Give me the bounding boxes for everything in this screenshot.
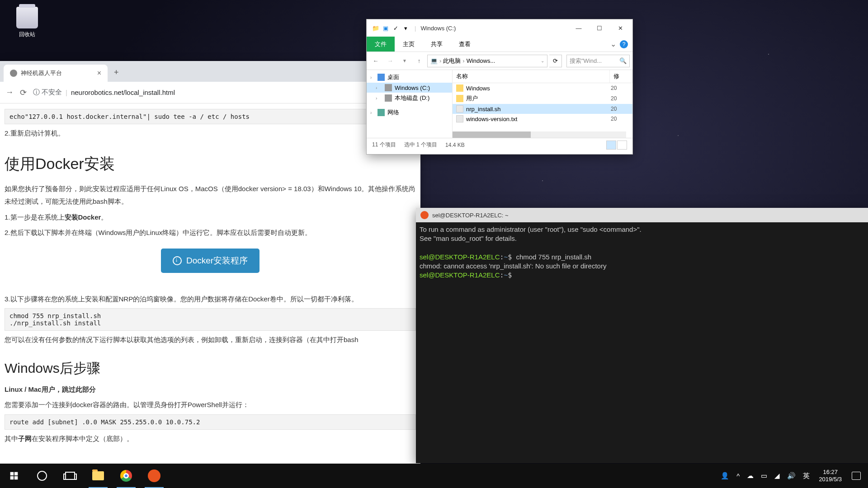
tab-close-icon[interactable]: ×	[97, 69, 101, 77]
ime-indicator[interactable]: 英	[799, 472, 813, 480]
tree-network[interactable]: ›网络	[367, 107, 452, 118]
taskbar-explorer[interactable]	[84, 464, 112, 488]
ribbon-tab-home[interactable]: 主页	[395, 37, 423, 52]
crumb-pc[interactable]: 此电脑	[443, 57, 461, 65]
file-name: 用户	[466, 94, 608, 103]
tab-active[interactable]: 神经机器人平台 ×	[4, 65, 108, 82]
crumb-drive[interactable]: Windows...	[467, 57, 495, 64]
network-icon[interactable]: ▭	[757, 472, 771, 480]
start-button[interactable]	[0, 464, 28, 488]
taskbar: 👤 ^ ☁ ▭ ◢ 🔊 英 16:27 2019/5/3	[0, 464, 868, 488]
refresh-button[interactable]: ⟳	[549, 55, 562, 67]
download-icon	[173, 256, 182, 265]
task-view-button[interactable]	[56, 464, 84, 488]
tree-drive-d[interactable]: ›本地磁盘 (D:)	[367, 93, 452, 103]
col-name[interactable]: 名称	[453, 70, 610, 83]
cortana-icon	[37, 471, 47, 481]
close-button[interactable]: ✕	[610, 21, 631, 35]
folder-icon	[92, 471, 104, 480]
pc-icon: 💻	[430, 57, 438, 64]
url-box[interactable]: ⓘ 不安全 | neurorobotics.net/local_install.…	[33, 88, 415, 97]
ribbon-tab-file[interactable]: 文件	[367, 37, 395, 52]
code-block-2: chmod 755 nrp_install.sh ./nrp_install.s…	[5, 308, 416, 331]
windows-icon	[9, 471, 19, 480]
svg-rect-3	[14, 476, 18, 480]
view-details-button[interactable]	[606, 141, 616, 150]
clock[interactable]: 16:27 2019/5/3	[813, 469, 847, 483]
qa-new-folder-icon[interactable]: ✓	[391, 23, 400, 33]
heading-docker: 使用Docker安装	[5, 154, 416, 174]
recycle-bin-icon	[16, 7, 38, 28]
ribbon-expand-icon[interactable]: ⌄	[610, 40, 616, 48]
file-row[interactable]: 用户20	[453, 93, 632, 104]
forward-button[interactable]: →	[5, 88, 14, 97]
date: 2019/5/3	[819, 476, 842, 483]
ribbon-tab-view[interactable]: 查看	[451, 37, 479, 52]
wifi-icon[interactable]: ◢	[771, 472, 783, 480]
breadcrumb[interactable]: 💻 › 此电脑 › Windows... ⌄	[427, 55, 547, 67]
people-icon[interactable]: 👤	[717, 472, 733, 480]
ribbon-tab-share[interactable]: 共享	[423, 37, 451, 52]
tray-expand-icon[interactable]: ^	[733, 472, 743, 480]
file-icon	[456, 105, 463, 113]
desktop-icon	[377, 74, 385, 81]
taskbar-ubuntu[interactable]	[140, 464, 168, 488]
prompt-user: sel@DESKTOP-R1A2ELC	[420, 253, 500, 261]
nav-back-button[interactable]: ←	[369, 57, 382, 64]
svg-rect-0	[10, 472, 14, 476]
docker-install-button[interactable]: Docker安装程序	[161, 249, 259, 273]
nav-up-button[interactable]: ↑	[413, 57, 425, 64]
recycle-bin[interactable]: 回收站	[9, 7, 45, 38]
step-2: 2.然后下载以下脚本并在终端（Windows用户的Linux终端）中运行它。脚本…	[5, 226, 416, 239]
reload-button[interactable]: ⟳	[20, 88, 27, 98]
volume-icon[interactable]: 🔊	[783, 472, 799, 480]
nav-tree: ›桌面 ›Windows (C:) ›本地磁盘 (D:) ›网络	[367, 70, 453, 138]
nav-history-button[interactable]: ▼	[398, 58, 411, 63]
terminal-body[interactable]: To run a command as administrator (user …	[416, 222, 868, 283]
ubuntu-icon	[420, 211, 429, 219]
file-row[interactable]: nrp_install.sh20	[453, 104, 632, 114]
help-icon[interactable]: ?	[620, 40, 628, 48]
action-center-icon[interactable]	[852, 472, 861, 480]
terminal-titlebar[interactable]: sel@DESKTOP-R1A2ELC: ~	[416, 208, 868, 222]
maximize-button[interactable]: ☐	[589, 21, 610, 35]
cortana-button[interactable]	[28, 464, 56, 488]
status-size: 14.4 KB	[445, 142, 465, 148]
column-headers[interactable]: 名称 修	[453, 70, 632, 83]
minimize-button[interactable]: —	[568, 21, 589, 35]
horizontal-scrollbar[interactable]	[453, 131, 626, 138]
onedrive-icon[interactable]: ☁	[743, 472, 757, 480]
file-icon	[456, 115, 463, 122]
prompt-path: ~	[504, 253, 508, 261]
tree-drive-c[interactable]: ›Windows (C:)	[367, 83, 452, 93]
folder-icon	[456, 84, 463, 92]
nav-forward-button[interactable]: →	[384, 57, 396, 64]
insecure-badge[interactable]: ⓘ 不安全	[33, 88, 62, 97]
tree-desktop[interactable]: ›桌面	[367, 72, 452, 83]
task-view-icon	[65, 472, 75, 480]
view-icons-button[interactable]	[617, 141, 627, 150]
file-name: Windows	[466, 85, 608, 92]
taskbar-chrome[interactable]	[112, 464, 140, 488]
file-row[interactable]: windows-version.txt20	[453, 114, 632, 124]
page-content: echo"127.0.0.1 host.docker.internal"| su…	[0, 103, 420, 466]
crumb-dropdown-icon[interactable]: ⌄	[541, 58, 544, 63]
code-block-1: echo"127.0.0.1 host.docker.internal"| su…	[5, 109, 416, 124]
step-restart: 2.重新启动计算机。	[5, 127, 416, 140]
qa-properties-icon[interactable]: ▣	[381, 23, 390, 33]
step-3: 3.以下步骤将在您的系统上安装和配置NRP的泊坞窗映像。您的用户数据将存储在Do…	[5, 293, 416, 306]
file-date: 20	[611, 85, 629, 91]
new-tab-button[interactable]: +	[109, 63, 123, 82]
explorer-titlebar[interactable]: 📁 ▣ ✓ ▾ | Windows (C:) — ☐ ✕	[367, 19, 632, 37]
tab-bar: 神经机器人平台 × +	[0, 61, 420, 82]
qa-dropdown-icon[interactable]: ▾	[401, 23, 410, 33]
col-modified[interactable]: 修	[610, 70, 632, 83]
file-row[interactable]: Windows20	[453, 83, 632, 93]
terminal-window: sel@DESKTOP-R1A2ELC: ~ To run a command …	[416, 208, 868, 463]
file-date: 20	[611, 106, 629, 112]
tab-title: 神经机器人平台	[21, 69, 62, 77]
search-box[interactable]: 搜索"Wind... 🔍	[566, 55, 630, 67]
status-item-count: 11 个项目	[372, 141, 396, 149]
browser-window: 神经机器人平台 × + → ⟳ ⓘ 不安全 | neurorobotics.ne…	[0, 61, 420, 472]
paragraph-intro: 如果您执行了预备部分，则此安装过程应适用于任何Linux OS，MacOS（使用…	[5, 183, 416, 208]
